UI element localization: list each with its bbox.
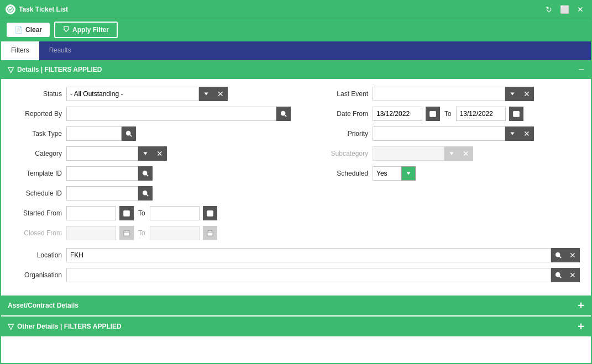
task-type-input[interactable] bbox=[66, 126, 122, 141]
details-two-col: Status ✕ Reported By bbox=[12, 87, 580, 246]
svg-rect-28 bbox=[430, 112, 436, 117]
svg-line-10 bbox=[146, 194, 148, 196]
svg-rect-19 bbox=[124, 231, 129, 236]
clear-label: Clear bbox=[25, 26, 42, 34]
svg-point-39 bbox=[556, 253, 560, 257]
schedule-id-row: Schedule ID bbox=[12, 186, 291, 201]
started-from-input[interactable] bbox=[66, 206, 116, 220]
details-collapse-button[interactable]: − bbox=[578, 65, 584, 75]
svg-marker-1 bbox=[204, 93, 208, 96]
started-from-label: Started From bbox=[12, 209, 62, 217]
task-type-search-button[interactable] bbox=[122, 126, 136, 141]
scheduled-label: Scheduled bbox=[324, 170, 368, 177]
location-group: ✕ bbox=[66, 248, 580, 262]
svg-point-4 bbox=[127, 131, 130, 135]
date-from-input[interactable] bbox=[373, 107, 422, 121]
scheduled-row: Scheduled bbox=[324, 166, 580, 181]
filter-icon: ⛉ bbox=[63, 26, 70, 34]
priority-dropdown-button[interactable] bbox=[505, 126, 520, 141]
status-dropdown-button[interactable] bbox=[199, 87, 213, 101]
category-clear-button[interactable]: ✕ bbox=[153, 146, 167, 161]
closed-from-row: Closed From To bbox=[12, 226, 291, 240]
last-event-input[interactable] bbox=[373, 87, 505, 101]
subcategory-input bbox=[373, 146, 444, 161]
date-from-calendar-button[interactable] bbox=[426, 107, 440, 121]
subcategory-dropdown-button bbox=[444, 146, 459, 161]
task-type-label: Task Type bbox=[12, 130, 62, 138]
started-to-input[interactable] bbox=[150, 206, 200, 220]
maximize-button[interactable]: ⬜ bbox=[557, 4, 572, 15]
subcategory-row: Subcategory ✕ bbox=[324, 146, 580, 161]
template-id-row: Template ID bbox=[12, 166, 291, 181]
svg-point-41 bbox=[556, 273, 560, 277]
main-content: ▽ Details | FILTERS APPLIED − Status bbox=[1, 60, 591, 363]
svg-marker-38 bbox=[406, 172, 410, 175]
asset-section-header: Asset/Contract Details + bbox=[1, 296, 591, 315]
organisation-search-button[interactable] bbox=[551, 268, 565, 282]
svg-rect-32 bbox=[514, 112, 519, 117]
apply-filter-label: Apply Filter bbox=[72, 26, 109, 34]
location-row: Location ✕ bbox=[12, 248, 580, 262]
last-event-clear-button[interactable]: ✕ bbox=[520, 87, 534, 101]
svg-marker-37 bbox=[449, 152, 453, 155]
other-expand-button[interactable]: + bbox=[578, 321, 584, 332]
svg-line-42 bbox=[559, 276, 561, 278]
asset-section-title: Asset/Contract Details bbox=[8, 302, 78, 309]
reported-by-search-button[interactable] bbox=[276, 107, 291, 121]
location-input[interactable] bbox=[66, 248, 551, 262]
svg-point-2 bbox=[281, 112, 285, 115]
date-to-calendar-button[interactable] bbox=[509, 107, 523, 121]
svg-line-3 bbox=[285, 115, 286, 117]
priority-clear-button[interactable]: ✕ bbox=[520, 126, 534, 141]
svg-point-7 bbox=[143, 171, 147, 175]
started-to-label: To bbox=[138, 209, 145, 217]
date-from-row: Date From To bbox=[324, 107, 580, 121]
svg-point-9 bbox=[143, 191, 147, 195]
status-input[interactable] bbox=[66, 87, 199, 101]
asset-expand-button[interactable]: + bbox=[578, 300, 584, 311]
reported-by-input[interactable] bbox=[66, 107, 276, 121]
reported-by-row: Reported By bbox=[12, 107, 291, 121]
category-input[interactable] bbox=[66, 146, 138, 161]
priority-row: Priority ✕ bbox=[324, 126, 580, 141]
svg-marker-27 bbox=[510, 93, 514, 96]
reported-by-group bbox=[66, 107, 291, 121]
organisation-clear-button[interactable]: ✕ bbox=[565, 268, 580, 282]
template-id-search-button[interactable] bbox=[138, 166, 153, 181]
task-type-group bbox=[66, 126, 136, 141]
close-window-button[interactable]: ✕ bbox=[574, 4, 586, 15]
details-col-right: Last Event ✕ Date From bbox=[302, 87, 580, 246]
tab-results[interactable]: Results bbox=[39, 41, 81, 60]
scheduled-input[interactable] bbox=[373, 166, 401, 181]
category-row: Category ✕ bbox=[12, 146, 291, 161]
schedule-id-group bbox=[66, 186, 153, 201]
started-to-calendar-button[interactable] bbox=[203, 206, 217, 220]
svg-line-40 bbox=[559, 256, 561, 258]
status-clear-button[interactable]: ✕ bbox=[213, 87, 228, 101]
svg-marker-6 bbox=[143, 152, 147, 155]
details-section-body: Status ✕ Reported By bbox=[1, 79, 591, 296]
location-clear-button[interactable]: ✕ bbox=[565, 248, 580, 262]
schedule-id-search-button[interactable] bbox=[138, 186, 153, 201]
window-title: Task Ticket List bbox=[19, 6, 68, 13]
apply-filter-button[interactable]: ⛉ Apply Filter bbox=[54, 22, 118, 38]
template-id-input[interactable] bbox=[66, 166, 138, 181]
refresh-button[interactable]: ↻ bbox=[543, 4, 555, 15]
closed-to-input bbox=[150, 226, 200, 240]
organisation-input[interactable] bbox=[66, 268, 551, 282]
last-event-dropdown-button[interactable] bbox=[505, 87, 520, 101]
svg-line-8 bbox=[146, 175, 148, 176]
scheduled-dropdown-button[interactable] bbox=[401, 166, 416, 181]
schedule-id-input[interactable] bbox=[66, 186, 138, 201]
last-event-group: ✕ bbox=[373, 87, 534, 101]
tab-filters[interactable]: Filters bbox=[1, 41, 39, 60]
location-label: Location bbox=[12, 251, 62, 259]
started-from-calendar-button[interactable] bbox=[119, 206, 134, 220]
started-from-group: To bbox=[66, 206, 217, 220]
location-search-button[interactable] bbox=[551, 248, 565, 262]
priority-input[interactable] bbox=[373, 126, 505, 141]
other-filter-icon: ▽ bbox=[8, 322, 14, 331]
clear-button[interactable]: 📄 Clear bbox=[7, 23, 50, 37]
category-dropdown-button[interactable] bbox=[138, 146, 153, 161]
date-to-input[interactable] bbox=[456, 107, 506, 121]
